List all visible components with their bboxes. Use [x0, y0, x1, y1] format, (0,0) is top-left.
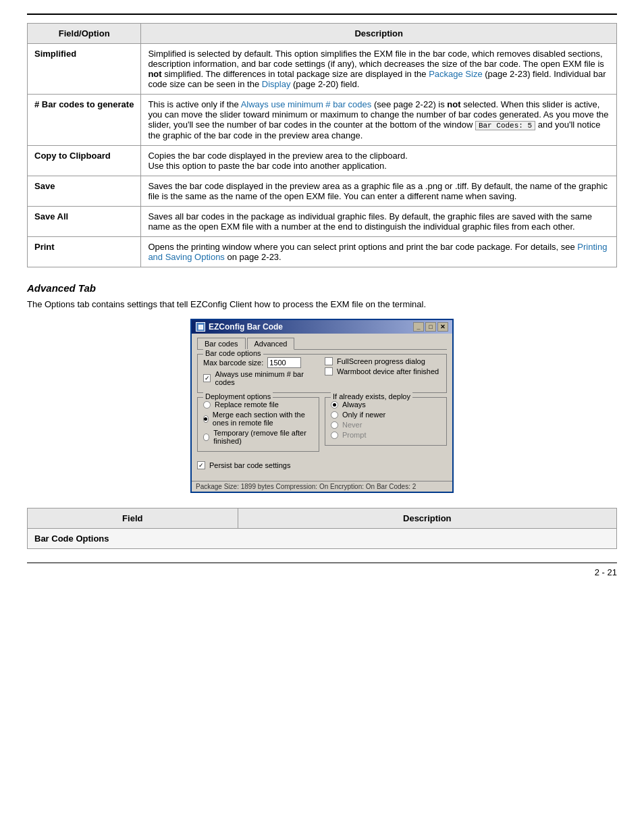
merge-label: Merge each section with the ones in remo… — [213, 411, 313, 427]
desc-save: Saves the bar code displayed in the prev… — [141, 176, 617, 207]
warmboot-label: Warmboot device after finished — [337, 367, 439, 375]
warmboot-checkbox[interactable] — [325, 367, 333, 375]
field-simplified: Simplified — [28, 44, 141, 95]
link-always-min: Always use minimum # bar codes — [241, 99, 372, 109]
radio-prompt[interactable] — [331, 432, 338, 439]
advanced-tab-heading: Advanced Tab — [27, 282, 617, 294]
only-newer-label: Only if newer — [342, 411, 385, 419]
always-label: Always — [342, 400, 366, 409]
dialog-content: Bar codes Advanced Bar code options Max … — [192, 334, 452, 481]
persist-label: Persist bar code settings — [209, 461, 290, 469]
dialog-status-bar: Package Size: 1899 bytes Compression: On… — [192, 481, 452, 492]
dialog-controls: _ □ ✕ — [413, 322, 448, 332]
table-row: Simplified Simplified is selected by def… — [28, 44, 617, 95]
dialog-titlebar: ▦ EZConfig Bar Code _ □ ✕ — [192, 320, 452, 334]
minimize-button[interactable]: _ — [413, 322, 424, 332]
field-print: Print — [28, 237, 141, 267]
radio-temporary[interactable] — [203, 434, 209, 441]
bottom-col-header-description: Description — [238, 509, 616, 529]
deployment-options-col: Deployment options Replace remote file M… — [197, 397, 319, 456]
bottom-table: Field Description Bar Code Options — [27, 508, 617, 549]
replace-label: Replace remote file — [215, 400, 279, 409]
desc-copy-clipboard: Copies the bar code displayed in the pre… — [141, 146, 617, 176]
row-max-barcode: Max barcode size: — [203, 357, 319, 368]
barcode-options-right: FullScreen progress dialog Warmboot devi… — [325, 357, 441, 388]
row-persist: Persist bar code settings — [197, 461, 447, 469]
group-barcode-options-label: Bar code options — [203, 349, 263, 357]
tab-advanced[interactable]: Advanced — [247, 338, 295, 350]
ezconfig-dialog: ▦ EZConfig Bar Code _ □ ✕ Bar codes Adva… — [190, 319, 454, 493]
close-button[interactable]: ✕ — [437, 322, 448, 332]
desc-print: Opens the printing window where you can … — [141, 237, 617, 267]
dialog-title: EZConfig Bar Code — [209, 322, 283, 332]
col-header-description: Description — [141, 24, 617, 44]
desc-save-all: Saves all bar codes in the package as in… — [141, 207, 617, 237]
field-barcode-options: Bar Code Options — [28, 529, 617, 549]
table-row-barcode-options: Bar Code Options — [28, 529, 617, 549]
row-prompt: Prompt — [331, 431, 441, 439]
row-always: Always — [331, 400, 441, 409]
never-label: Never — [342, 421, 362, 429]
field-save: Save — [28, 176, 141, 207]
desc-barcodes-generate: This is active only if the Always use mi… — [141, 95, 617, 146]
barcode-options-content: Max barcode size: Always use minimum # b… — [203, 357, 441, 388]
row-never: Never — [331, 421, 441, 429]
page-number: 2 - 21 — [595, 567, 617, 577]
fullscreen-checkbox[interactable] — [325, 357, 333, 365]
persist-checkbox[interactable] — [197, 461, 205, 469]
row-always-min: Always use minimum # bar codes — [203, 370, 319, 386]
table-row: # Bar codes to generate This is active o… — [28, 95, 617, 146]
deployment-section: Deployment options Replace remote file M… — [197, 397, 447, 456]
radio-never[interactable] — [331, 421, 338, 429]
col-header-field: Field/Option — [28, 24, 141, 44]
table-row: Copy to Clipboard Copies the bar code di… — [28, 146, 617, 176]
fullscreen-label: FullScreen progress dialog — [337, 357, 425, 365]
link-printing-saving: Printing and Saving Options — [148, 242, 607, 262]
dialog-spacer — [197, 456, 447, 461]
prompt-label: Prompt — [342, 431, 366, 439]
link-package-size: Package Size — [429, 69, 483, 79]
row-merge: Merge each section with the ones in remo… — [203, 411, 313, 427]
row-fullscreen: FullScreen progress dialog — [325, 357, 441, 365]
max-barcode-label: Max barcode size: — [203, 359, 263, 367]
max-barcode-input[interactable] — [267, 357, 301, 368]
advanced-tab-intro: The Options tab contains settings that t… — [27, 299, 617, 309]
table-row: Print Opens the printing window where yo… — [28, 237, 617, 267]
radio-replace[interactable] — [203, 401, 211, 409]
group-if-exists: If already exists, deploy Always Only if… — [325, 397, 447, 446]
row-temporary: Temporary (remove file after finished) — [203, 429, 313, 445]
always-min-label: Always use minimum # bar codes — [215, 370, 319, 386]
main-table: Field/Option Description Simplified Simp… — [27, 23, 617, 267]
dialog-wrapper: ▦ EZConfig Bar Code _ □ ✕ Bar codes Adva… — [27, 319, 617, 493]
group-if-exists-label: If already exists, deploy — [331, 392, 412, 400]
table-row: Save Saves the bar code displayed in the… — [28, 176, 617, 207]
radio-only-newer[interactable] — [331, 411, 338, 419]
badge-barcodes: Bar Codes: 5 — [475, 121, 535, 130]
top-rule — [27, 14, 617, 15]
dialog-app-icon: ▦ — [196, 322, 205, 332]
if-exists-col: If already exists, deploy Always Only if… — [325, 397, 447, 456]
desc-simplified: Simplified is selected by default. This … — [141, 44, 617, 95]
maximize-button[interactable]: □ — [425, 322, 436, 332]
page-footer: 2 - 21 — [27, 563, 617, 577]
row-replace: Replace remote file — [203, 400, 313, 409]
radio-merge[interactable] — [203, 415, 209, 423]
barcode-options-left: Max barcode size: Always use minimum # b… — [203, 357, 319, 388]
dialog-spacer2 — [197, 471, 447, 477]
row-only-newer: Only if newer — [331, 411, 441, 419]
field-copy-clipboard: Copy to Clipboard — [28, 146, 141, 176]
group-deployment-label: Deployment options — [203, 392, 273, 400]
field-save-all: Save All — [28, 207, 141, 237]
field-barcodes-generate: # Bar codes to generate — [28, 95, 141, 146]
group-barcode-options: Bar code options Max barcode size: Alway… — [197, 354, 447, 393]
always-min-checkbox[interactable] — [203, 374, 211, 382]
titlebar-left: ▦ EZConfig Bar Code — [196, 322, 283, 332]
dialog-tab-bar: Bar codes Advanced — [197, 338, 447, 350]
bottom-col-header-field: Field — [28, 509, 238, 529]
temporary-label: Temporary (remove file after finished) — [213, 429, 313, 445]
group-deployment: Deployment options Replace remote file M… — [197, 397, 319, 452]
row-warmboot: Warmboot device after finished — [325, 367, 441, 375]
radio-always[interactable] — [331, 401, 338, 409]
link-display: Display — [262, 79, 291, 89]
tab-barcodes[interactable]: Bar codes — [197, 338, 246, 349]
